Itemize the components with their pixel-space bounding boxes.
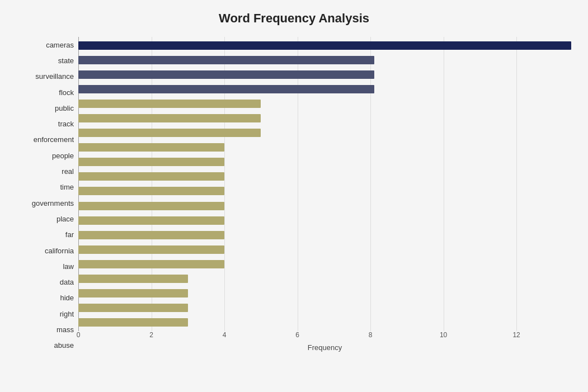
bar-enforcement — [78, 129, 261, 137]
y-label-public: public — [55, 105, 74, 112]
bar-row — [78, 186, 571, 196]
bar-public — [78, 100, 261, 108]
bar-cameras — [78, 41, 571, 50]
bar-row — [78, 318, 571, 328]
bar-hide — [78, 275, 188, 283]
bar-row — [78, 244, 571, 254]
bar-row — [78, 201, 571, 211]
bar-row — [78, 128, 571, 138]
x-tick: 2 — [149, 331, 153, 339]
y-label-california: california — [45, 247, 74, 254]
bar-row — [78, 172, 571, 182]
bar-row — [78, 274, 571, 284]
y-label-flock: flock — [59, 89, 74, 96]
bar-state — [78, 56, 374, 64]
bar-row — [78, 289, 571, 299]
y-label-track: track — [58, 120, 74, 127]
y-label-governments: governments — [32, 200, 74, 207]
bar-row — [78, 98, 571, 108]
bar-real — [78, 158, 224, 166]
bar-row — [78, 303, 571, 313]
y-label-people: people — [52, 152, 74, 159]
bar-surveillance — [78, 70, 374, 79]
y-label-far: far — [65, 231, 74, 238]
bar-row — [78, 230, 571, 240]
x-tick: 0 — [77, 331, 81, 339]
bar-california — [78, 231, 224, 239]
bar-governments — [78, 187, 224, 195]
chart-container: Word Frequency Analysis camerasstatesurv… — [0, 0, 588, 392]
y-axis-labels: camerasstatesurveillanceflockpublictrack… — [17, 37, 78, 353]
y-label-hide: hide — [60, 294, 74, 301]
y-label-enforcement: enforcement — [34, 136, 74, 143]
y-label-data: data — [60, 278, 74, 286]
x-axis-label: Frequency — [78, 343, 571, 352]
bar-right — [78, 289, 188, 297]
x-tick: 10 — [440, 331, 447, 339]
x-tick: 6 — [295, 331, 299, 339]
bar-row — [78, 55, 571, 65]
bar-row — [78, 143, 571, 153]
x-tick: 12 — [512, 331, 520, 339]
bar-row — [78, 157, 571, 167]
x-axis: 024681012 Frequency — [78, 331, 571, 353]
bars-container — [78, 37, 571, 331]
bar-mass — [78, 304, 188, 312]
y-label-abuse: abuse — [54, 342, 74, 349]
bar-row — [78, 69, 571, 79]
y-label-real: real — [62, 168, 74, 175]
bar-people — [78, 143, 224, 152]
bar-law — [78, 245, 224, 254]
y-label-right: right — [60, 310, 74, 318]
bar-row — [78, 114, 571, 124]
bar-place — [78, 202, 224, 210]
bar-abuse — [78, 318, 188, 327]
x-tick: 8 — [369, 331, 373, 339]
bar-track — [78, 114, 261, 122]
x-tick: 4 — [223, 331, 227, 339]
chart-title: Word Frequency Analysis — [17, 11, 571, 26]
y-label-mass: mass — [57, 326, 74, 333]
y-label-time: time — [60, 183, 74, 191]
y-label-state: state — [58, 57, 74, 64]
bar-far — [78, 216, 224, 225]
bar-row — [78, 84, 571, 94]
y-label-surveillance: surveillance — [35, 73, 74, 80]
bar-row — [78, 215, 571, 225]
y-label-law: law — [63, 263, 74, 270]
bar-time — [78, 172, 224, 181]
bar-row — [78, 40, 571, 50]
y-label-place: place — [57, 215, 74, 223]
bar-data — [78, 260, 224, 268]
bar-row — [78, 259, 571, 269]
bar-flock — [78, 85, 374, 93]
y-label-cameras: cameras — [46, 41, 74, 49]
